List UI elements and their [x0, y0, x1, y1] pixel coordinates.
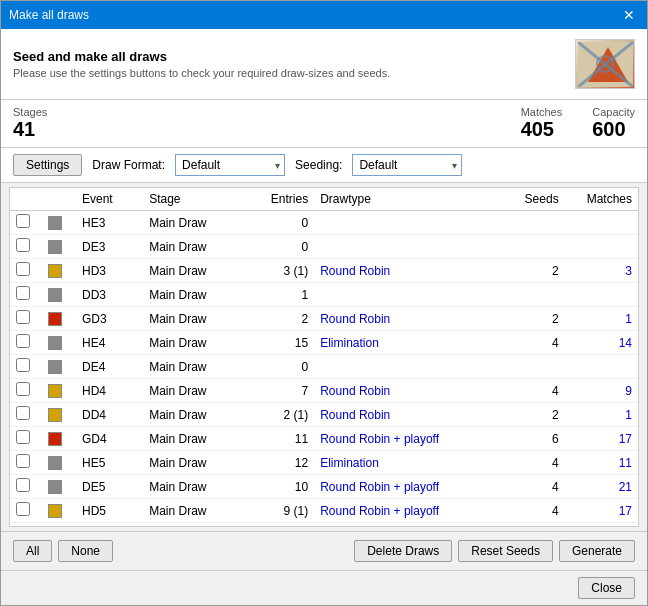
close-bar: Close — [1, 570, 647, 605]
delete-draws-button[interactable]: Delete Draws — [354, 540, 452, 562]
row-checkbox[interactable] — [16, 430, 30, 444]
event-matches — [565, 211, 638, 235]
drawtype-link[interactable]: Elimination — [320, 336, 379, 350]
row-checkbox[interactable] — [16, 334, 30, 348]
table-row: DE3Main Draw0 — [10, 235, 638, 259]
event-drawtype[interactable]: Round Robin + playoff — [314, 427, 497, 451]
event-icon — [48, 288, 62, 302]
header-icon — [575, 39, 635, 89]
event-icon — [48, 504, 62, 518]
table-row: DD4Main Draw2 (1)Round Robin21 — [10, 403, 638, 427]
event-matches: 10 — [565, 523, 638, 527]
col-header-icon — [42, 188, 76, 211]
header-title: Seed and make all draws — [13, 49, 565, 64]
window-title: Make all draws — [9, 8, 89, 22]
reset-seeds-button[interactable]: Reset Seeds — [458, 540, 553, 562]
header-subtitle: Please use the settings buttons to check… — [13, 67, 565, 79]
row-checkbox[interactable] — [16, 358, 30, 372]
event-entries: 3 (1) — [247, 259, 314, 283]
event-entries: 2 — [247, 307, 314, 331]
event-drawtype[interactable]: Elimination — [314, 451, 497, 475]
row-checkbox[interactable] — [16, 478, 30, 492]
event-drawtype[interactable]: Round Robin + playoff — [314, 475, 497, 499]
right-stats: Matches 405 Capacity 600 — [521, 106, 635, 141]
data-table: Event Stage Entries Drawtype Seeds Match… — [10, 188, 638, 526]
drawtype-link[interactable]: Round Robin + playoff — [320, 432, 439, 446]
event-name: DE5 — [76, 475, 143, 499]
event-stage: Main Draw — [143, 499, 247, 523]
draw-format-label: Draw Format: — [92, 158, 165, 172]
event-stage: Main Draw — [143, 523, 247, 527]
drawtype-link[interactable]: Round Robin — [320, 384, 390, 398]
table-row: HD4Main Draw7Round Robin49 — [10, 379, 638, 403]
title-bar: Make all draws ✕ — [1, 1, 647, 29]
event-matches: 3 — [565, 259, 638, 283]
row-checkbox[interactable] — [16, 214, 30, 228]
event-name: HD5 — [76, 499, 143, 523]
drawtype-link[interactable]: Round Robin — [320, 264, 390, 278]
table-row: GD3Main Draw2Round Robin21 — [10, 307, 638, 331]
header-text: Seed and make all draws Please use the s… — [13, 49, 565, 79]
close-button[interactable]: Close — [578, 577, 635, 599]
row-checkbox[interactable] — [16, 406, 30, 420]
table-header-row: Event Stage Entries Drawtype Seeds Match… — [10, 188, 638, 211]
event-drawtype[interactable]: Round Robin — [314, 379, 497, 403]
matches-label: Matches — [521, 106, 563, 118]
event-icon — [48, 336, 62, 350]
row-checkbox[interactable] — [16, 454, 30, 468]
event-drawtype[interactable]: Round Robin — [314, 523, 497, 527]
row-checkbox[interactable] — [16, 238, 30, 252]
seeding-wrapper: Default Random Manual — [352, 154, 462, 176]
event-drawtype[interactable]: Round Robin + playoff — [314, 499, 497, 523]
row-checkbox[interactable] — [16, 310, 30, 324]
event-drawtype[interactable]: Round Robin — [314, 307, 497, 331]
event-drawtype[interactable]: Elimination — [314, 331, 497, 355]
col-header-matches: Matches — [565, 188, 638, 211]
event-name: DD5 — [76, 523, 143, 527]
event-icon — [48, 264, 62, 278]
event-name: HE5 — [76, 451, 143, 475]
drawtype-link[interactable]: Round Robin — [320, 408, 390, 422]
event-matches: 1 — [565, 403, 638, 427]
event-seeds: 6 — [497, 427, 564, 451]
event-stage: Main Draw — [143, 235, 247, 259]
row-checkbox[interactable] — [16, 382, 30, 396]
event-drawtype[interactable]: Round Robin — [314, 259, 497, 283]
close-icon[interactable]: ✕ — [619, 7, 639, 23]
event-icon — [48, 240, 62, 254]
event-stage: Main Draw — [143, 259, 247, 283]
event-icon — [48, 312, 62, 326]
seeding-select[interactable]: Default Random Manual — [352, 154, 462, 176]
event-entries: 1 — [247, 283, 314, 307]
drawtype-link[interactable]: Elimination — [320, 456, 379, 470]
bottom-buttons-bar: All None Delete Draws Reset Seeds Genera… — [1, 531, 647, 570]
event-icon — [48, 432, 62, 446]
event-stage: Main Draw — [143, 379, 247, 403]
event-drawtype — [314, 235, 497, 259]
event-seeds — [497, 235, 564, 259]
event-seeds — [497, 283, 564, 307]
event-stage: Main Draw — [143, 427, 247, 451]
table-scroll[interactable]: Event Stage Entries Drawtype Seeds Match… — [10, 188, 638, 526]
drawtype-link[interactable]: Round Robin — [320, 312, 390, 326]
draw-format-select[interactable]: Default Round Robin Elimination — [175, 154, 285, 176]
row-checkbox[interactable] — [16, 502, 30, 516]
event-entries: 7 — [247, 379, 314, 403]
stages-value: 41 — [13, 118, 47, 141]
event-drawtype — [314, 211, 497, 235]
row-checkbox[interactable] — [16, 286, 30, 300]
drawtype-link[interactable]: Round Robin + playoff — [320, 480, 439, 494]
event-drawtype[interactable]: Round Robin — [314, 403, 497, 427]
all-button[interactable]: All — [13, 540, 52, 562]
event-matches: 11 — [565, 451, 638, 475]
drawtype-link[interactable]: Round Robin + playoff — [320, 504, 439, 518]
event-stage: Main Draw — [143, 283, 247, 307]
none-button[interactable]: None — [58, 540, 113, 562]
table-row: DD3Main Draw1 — [10, 283, 638, 307]
event-entries: 2 (1) — [247, 403, 314, 427]
settings-button[interactable]: Settings — [13, 154, 82, 176]
col-header-seeds: Seeds — [497, 188, 564, 211]
row-checkbox[interactable] — [16, 262, 30, 276]
generate-button[interactable]: Generate — [559, 540, 635, 562]
capacity-label: Capacity — [592, 106, 635, 118]
